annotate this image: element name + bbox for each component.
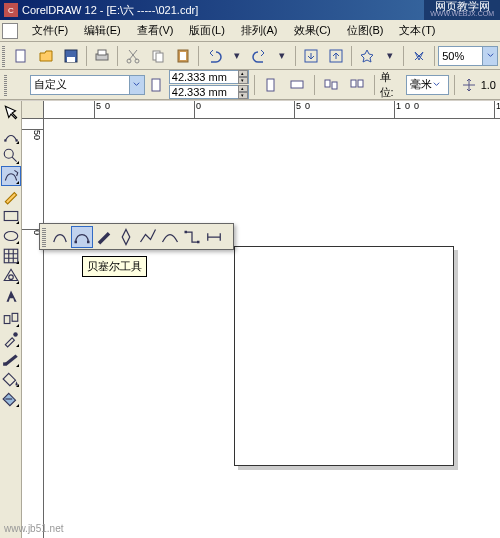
shape-tool[interactable] [1, 126, 21, 146]
nudge-icon [460, 73, 478, 97]
multi-page-icon-1[interactable] [320, 73, 343, 97]
multi-page-icon-2[interactable] [346, 73, 369, 97]
zoom-tool[interactable] [1, 146, 21, 166]
curve-tool[interactable] [1, 166, 21, 186]
redo-button[interactable] [248, 44, 272, 68]
page-dim-icon [148, 73, 166, 97]
units-select[interactable]: 毫米 [406, 75, 448, 95]
ellipse-tool[interactable] [1, 226, 21, 246]
app-icon: C [4, 3, 18, 17]
pen-tool[interactable] [115, 226, 137, 248]
outline-tool[interactable] [1, 349, 21, 369]
svg-rect-17 [332, 82, 337, 89]
svg-rect-2 [67, 57, 75, 62]
svg-rect-4 [98, 50, 106, 55]
copy-button[interactable] [146, 44, 170, 68]
nudge-value: 1.0 [481, 79, 496, 91]
chevron-down-icon [482, 47, 497, 65]
canvas-area[interactable]: 50050100150 500 贝塞尔工具 [22, 101, 500, 538]
paste-button[interactable] [171, 44, 195, 68]
menu-edit[interactable]: 编辑(E) [76, 21, 129, 40]
ruler-vertical[interactable]: 500 [22, 119, 44, 538]
page-size-select[interactable]: 自定义 [30, 75, 145, 95]
site-watermark: 网页教学网 WWW.WEBJX.COM [424, 0, 500, 20]
units-label: 单位: [380, 70, 404, 100]
units-value: 毫米 [410, 77, 432, 92]
redo-dropdown[interactable]: ▾ [273, 44, 293, 68]
toolbox [0, 101, 22, 538]
svg-rect-23 [4, 212, 18, 221]
graph-paper-tool[interactable] [1, 246, 21, 266]
save-button[interactable] [59, 44, 83, 68]
page-width-input[interactable]: 42.333 mm▴▾ [169, 70, 249, 84]
page-dimensions: 42.333 mm▴▾ 42.333 mm▴▾ [169, 70, 249, 99]
bezier-tool[interactable] [71, 226, 93, 248]
svg-rect-15 [291, 81, 303, 88]
svg-rect-28 [12, 313, 18, 321]
menu-layout[interactable]: 版面(L) [181, 21, 232, 40]
ruler-horizontal[interactable]: 50050100150 [44, 101, 500, 119]
doc-system-icon[interactable] [2, 23, 18, 39]
polyline-tool[interactable] [137, 226, 159, 248]
new-button[interactable] [9, 44, 33, 68]
rectangle-tool[interactable] [1, 206, 21, 226]
svg-rect-34 [197, 240, 200, 243]
export-button[interactable] [324, 44, 348, 68]
page-height-input[interactable]: 42.333 mm▴▾ [169, 85, 249, 99]
svg-rect-30 [3, 362, 6, 365]
menu-arrange[interactable]: 排列(A) [233, 21, 286, 40]
propbar-grip[interactable] [4, 74, 7, 96]
page-size-value: 自定义 [34, 77, 67, 92]
menu-view[interactable]: 查看(V) [129, 21, 182, 40]
page-rectangle [234, 246, 454, 466]
workspace: 50050100150 500 贝塞尔工具 [0, 101, 500, 538]
svg-rect-14 [267, 79, 274, 91]
menu-bitmap[interactable]: 位图(B) [339, 21, 392, 40]
corel-online-button[interactable] [407, 44, 431, 68]
smart-draw-tool[interactable] [1, 186, 21, 206]
landscape-button[interactable] [286, 73, 309, 97]
3point-curve-tool[interactable] [159, 226, 181, 248]
text-tool[interactable] [1, 286, 21, 306]
menu-bar: 文件(F) 编辑(E) 查看(V) 版面(L) 排列(A) 效果(C) 位图(B… [0, 20, 500, 42]
app-launcher-dropdown[interactable]: ▾ [380, 44, 400, 68]
toolbar-grip[interactable] [2, 45, 5, 67]
svg-point-24 [4, 232, 18, 241]
svg-rect-8 [156, 53, 163, 62]
chevron-down-icon [129, 76, 144, 94]
print-button[interactable] [90, 44, 114, 68]
basic-shapes-tool[interactable] [1, 266, 21, 286]
eyedropper-tool[interactable] [1, 329, 21, 349]
svg-point-26 [8, 275, 13, 280]
svg-rect-13 [152, 79, 160, 91]
svg-rect-33 [185, 230, 188, 233]
footer-watermark: www.jb51.net [4, 523, 63, 534]
app-launcher-button[interactable] [355, 44, 379, 68]
artistic-media-tool[interactable] [93, 226, 115, 248]
flyout-grip[interactable] [42, 227, 46, 247]
svg-rect-32 [87, 240, 90, 243]
undo-button[interactable] [202, 44, 226, 68]
open-button[interactable] [34, 44, 58, 68]
menu-effect[interactable]: 效果(C) [286, 21, 339, 40]
standard-toolbar: ▾ ▾ ▾ 50% [0, 42, 500, 70]
portrait-button[interactable] [260, 73, 283, 97]
cut-button[interactable] [121, 44, 145, 68]
svg-rect-27 [4, 316, 10, 324]
dimension-tool[interactable] [203, 226, 225, 248]
svg-rect-0 [16, 50, 25, 62]
connector-tool[interactable] [181, 226, 203, 248]
menu-text[interactable]: 文本(T) [391, 21, 443, 40]
fill-tool[interactable] [1, 369, 21, 389]
ruler-origin[interactable] [22, 101, 44, 119]
svg-point-22 [4, 149, 13, 158]
pick-tool[interactable] [1, 103, 21, 123]
undo-dropdown[interactable]: ▾ [227, 44, 247, 68]
interactive-fill-tool[interactable] [1, 389, 21, 409]
freehand-tool[interactable] [49, 226, 71, 248]
menu-file[interactable]: 文件(F) [24, 21, 76, 40]
import-button[interactable] [299, 44, 323, 68]
blend-tool[interactable] [1, 309, 21, 329]
zoom-select[interactable]: 50% [438, 46, 498, 66]
svg-rect-16 [325, 80, 330, 87]
